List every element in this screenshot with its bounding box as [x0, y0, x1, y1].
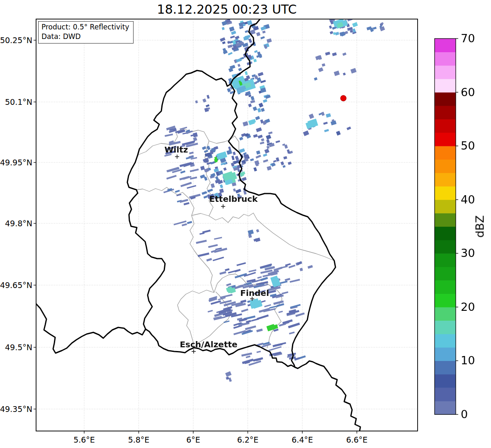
radar-echo-cell	[236, 58, 242, 62]
radar-echo-cell	[208, 244, 218, 248]
radar-echo-cell	[336, 131, 340, 136]
colorbar-segment	[435, 119, 456, 133]
radar-echo-cell	[373, 27, 377, 29]
radar-echo-cell	[234, 269, 241, 272]
radar-echo-cell	[198, 252, 209, 257]
radar-echo-cell	[206, 104, 209, 107]
colorbar-segment	[435, 106, 456, 119]
x-tick-label: 6.6°E	[346, 435, 368, 444]
colorbar-segment	[435, 293, 456, 307]
radar-echo-cell	[184, 202, 190, 206]
radar-echo-cell	[258, 135, 263, 138]
radar-echo-cell	[322, 63, 326, 67]
radar-echo-cell	[248, 38, 252, 43]
radar-echo-cell	[233, 152, 236, 155]
radar-echo-cell	[248, 230, 254, 235]
radar-echo-cell	[219, 271, 226, 275]
colorbar-segment	[435, 52, 456, 65]
radar-echo-cell	[263, 99, 267, 103]
radar-echo-cell	[166, 175, 177, 179]
colorbar-tick-label: 40	[461, 193, 475, 206]
figure-title: 18.12.2025 00:23 UTC	[157, 2, 297, 17]
radar-echo-cell	[231, 156, 235, 160]
radar-echo-cell	[297, 261, 302, 265]
radar-echo-cell	[331, 120, 336, 125]
radar-echo-cell	[260, 142, 264, 145]
radar-echo-cell	[250, 100, 255, 103]
y-tick-label: 49.65°N	[0, 281, 32, 290]
radar-echo-cell	[283, 156, 287, 160]
city-label: Wiltz	[165, 145, 188, 155]
radar-echo-cell	[330, 31, 333, 34]
radar-echo-cell	[263, 153, 267, 157]
radar-site-marker	[340, 95, 346, 101]
product-info-box: Product: 0.5° Reflectivity Data: DWD	[38, 21, 134, 44]
radar-echo-cell	[211, 183, 215, 188]
radar-echo-cell	[242, 177, 247, 181]
colorbar-segment	[435, 280, 456, 294]
radar-echo-cell	[267, 146, 270, 149]
radar-echo-cell	[239, 137, 243, 140]
radar-echo-cell	[282, 291, 288, 294]
colorbar-segment	[435, 361, 456, 374]
y-tick-label: 49.5°N	[5, 343, 32, 352]
radar-echo-cell	[206, 258, 212, 262]
radar-echo-cell	[260, 36, 265, 39]
colorbar-segment	[435, 374, 456, 388]
radar-echo-cell	[224, 320, 229, 323]
colorbar-segment	[435, 401, 456, 415]
regional-border	[190, 216, 214, 293]
city-label: Findel	[240, 288, 269, 298]
radar-echo-cell	[256, 32, 260, 36]
radar-echo-cell	[199, 232, 204, 235]
radar-echo-cell	[289, 279, 300, 283]
radar-echo-cell	[202, 98, 207, 102]
radar-echo-cell	[236, 262, 246, 266]
colorbar-segment	[435, 133, 456, 146]
radar-echo-cell	[239, 148, 245, 153]
radar-echo-cell	[288, 322, 300, 328]
radar-echo-cell	[275, 140, 280, 143]
radar-echo-cell	[222, 41, 225, 44]
city: Findel	[240, 288, 269, 301]
radar-map: 5.6°E5.8°E6°E6.2°E6.4°E6.6°E50.25°N50.1°…	[0, 0, 491, 448]
x-tick-label: 6.2°E	[237, 435, 259, 444]
radar-echo-cell	[314, 77, 318, 80]
radar-echo-cell	[225, 371, 231, 377]
radar-echo-cell	[180, 199, 188, 203]
colorbar-segment	[435, 227, 456, 240]
radar-echo-cell	[195, 100, 198, 103]
radar-echo-cell	[267, 39, 272, 43]
colorbar-unit-label: dBZ	[473, 215, 486, 237]
radar-echo-cell	[253, 357, 263, 362]
radar-echo-cell	[268, 131, 272, 134]
radar-echo-cell	[308, 265, 313, 269]
radar-echo-cell	[343, 73, 346, 75]
colorbar-segment	[435, 334, 456, 348]
colorbar-segment	[435, 200, 456, 213]
radar-echo-cell	[321, 112, 325, 116]
radar-echo-cell	[190, 169, 199, 172]
x-tick-label: 6°E	[186, 435, 200, 444]
radar-echo-cell	[255, 237, 260, 242]
radar-echo-cell	[236, 189, 241, 194]
radar-echo-cell	[214, 146, 218, 150]
radar-echo-cell	[193, 137, 197, 141]
colorbar-segment	[435, 160, 456, 173]
colorbar-segment	[435, 173, 456, 186]
data-source-line: Data: DWD	[41, 32, 129, 41]
radar-echo-cell	[230, 65, 236, 69]
radar-echo-cell	[282, 165, 285, 168]
radar-echo-cell	[182, 223, 187, 226]
national-border	[36, 304, 360, 431]
radar-echo-cell	[223, 167, 226, 171]
radar-echo-cell	[318, 67, 323, 72]
radar-echo-cell	[253, 59, 257, 62]
radar-echo-cell	[258, 72, 263, 77]
radar-echo-cell	[250, 158, 254, 161]
radar-echo-cell	[247, 62, 251, 65]
radar-echo-cell	[253, 134, 258, 138]
radar-echo-cell	[248, 269, 256, 272]
colorbar-segment	[435, 186, 456, 200]
radar-echo-cell	[214, 237, 222, 240]
